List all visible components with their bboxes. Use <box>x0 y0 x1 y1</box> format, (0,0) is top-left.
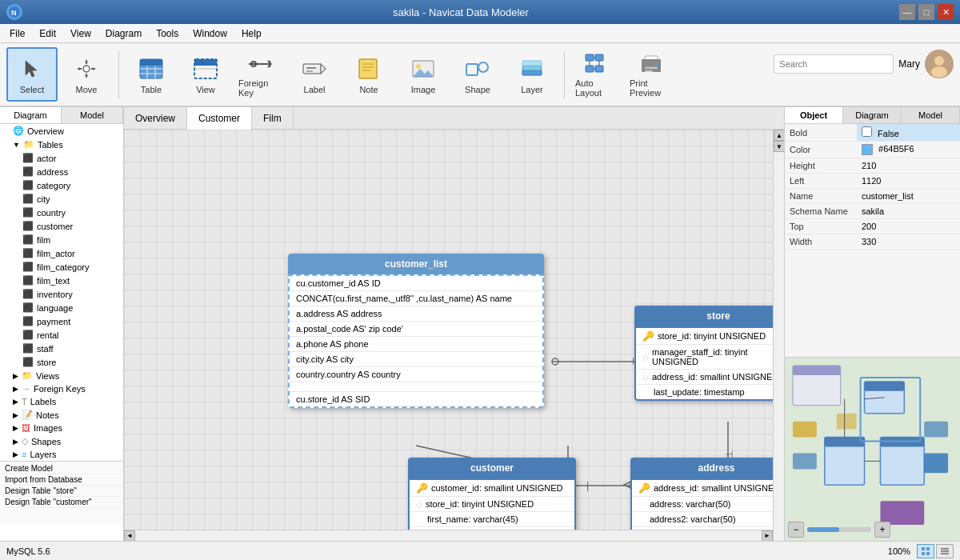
tool-shape[interactable]: Shape <box>452 47 503 102</box>
sidebar-item-category[interactable]: ⬛ category <box>0 178 123 192</box>
tool-label[interactable]: Label <box>289 47 340 102</box>
table-sm-icon11: ⬛ <box>22 289 34 299</box>
canvas-scroll-h[interactable]: ◄ ► <box>124 530 773 541</box>
tool-table[interactable]: Table <box>126 47 177 102</box>
image-icon2: 🖼 <box>22 423 30 433</box>
log-item-4[interactable]: Design Table "customer" <box>3 497 120 508</box>
sidebar-item-address[interactable]: ⬛ address <box>0 165 123 178</box>
sidebar-item-city[interactable]: ⬛ city <box>0 192 123 206</box>
table-row <box>290 382 542 392</box>
sidebar-item-customer[interactable]: ⬛ customer <box>0 219 123 233</box>
sidebar-item-film-category[interactable]: ⬛ film_category <box>0 260 123 274</box>
key-icon: 🔑 <box>642 330 654 342</box>
tool-note[interactable]: Note <box>343 47 394 102</box>
sidebar-section-fk[interactable]: ▶ → Foreign Keys <box>0 382 123 395</box>
db-type-label: MySQL 5.6 <box>6 546 50 556</box>
sidebar-section-labels[interactable]: ▶ T Labels <box>0 395 123 408</box>
table-customer-list[interactable]: customer_list cu.customer_id AS ID CONCA… <box>288 254 544 408</box>
sidebar-item-country[interactable]: ⬛ country <box>0 206 123 219</box>
table-row: ◇ address_id: smallint UNSIGNED <box>636 370 784 385</box>
sidebar-item-inventory[interactable]: ⬛ inventory <box>0 287 123 301</box>
menu-view[interactable]: View <box>64 26 98 41</box>
log-item-2[interactable]: Import from Database <box>3 474 120 486</box>
menu-edit[interactable]: Edit <box>33 26 62 41</box>
sidebar-item-film-actor[interactable]: ⬛ film_actor <box>0 246 123 260</box>
minimize-button[interactable]: — <box>899 4 915 20</box>
sidebar-section-shapes[interactable]: ▶ ◇ Shapes <box>0 434 123 448</box>
sidebar-item-film[interactable]: ⬛ film <box>0 233 123 246</box>
table-store[interactable]: store 🔑 store_id: tinyint UNSIGNED ◇ man… <box>634 306 784 401</box>
sidebar-section-images[interactable]: ▶ 🖼 Images <box>0 422 123 434</box>
menu-help[interactable]: Help <box>235 26 268 41</box>
scroll-up-btn[interactable]: ▲ <box>774 130 784 141</box>
table-sm-icon10: ⬛ <box>22 275 34 286</box>
toolbar-separator-2 <box>564 50 565 98</box>
svg-point-45 <box>654 62 658 66</box>
expand-icon4: ▶ <box>13 398 18 406</box>
canvas-tab-customer[interactable]: Customer <box>187 107 252 130</box>
menu-diagram[interactable]: Diagram <box>99 26 148 41</box>
sidebar-item-actor[interactable]: ⬛ actor <box>0 151 123 165</box>
close-button[interactable]: ✕ <box>938 4 954 20</box>
sidebar-item-store[interactable]: ⬛ store <box>0 355 123 369</box>
svg-point-3 <box>83 66 90 72</box>
sidebar-section-notes[interactable]: ▶ 📝 Notes <box>0 408 123 422</box>
sidebar-item-payment[interactable]: ⬛ payment <box>0 314 123 328</box>
view-grid-btn[interactable] <box>917 544 934 558</box>
sidebar-tab-diagram[interactable]: Diagram <box>0 107 62 123</box>
zoom-out-btn[interactable]: − <box>788 522 804 538</box>
svg-rect-73 <box>865 382 905 391</box>
tool-image[interactable]: Image <box>398 47 449 102</box>
log-item-1[interactable]: Create Model <box>3 463 120 474</box>
right-tab-model[interactable]: Model <box>902 107 960 123</box>
sidebar-item-language[interactable]: ⬛ language <box>0 301 123 314</box>
canvas[interactable]: ⊢ | ⊢ | ⊢ ⊣ <box>124 130 784 541</box>
tool-layer[interactable]: Layer <box>506 47 558 102</box>
svg-point-49 <box>934 56 944 66</box>
maximize-button[interactable]: □ <box>918 4 934 20</box>
right-tab-object[interactable]: Object <box>785 107 843 123</box>
sidebar-tab-model[interactable]: Model <box>62 107 123 123</box>
tool-foreign-key[interactable]: Foreign Key <box>234 47 286 102</box>
canvas-tab-overview[interactable]: Overview <box>124 107 187 130</box>
zoom-slider[interactable] <box>807 527 871 532</box>
menu-window[interactable]: Window <box>186 26 234 41</box>
tool-print-preview[interactable]: Print Preview <box>626 47 677 102</box>
bottom-left: MySQL 5.6 <box>6 546 50 556</box>
sidebar-item-staff[interactable]: ⬛ staff <box>0 342 123 355</box>
canvas-scroll-v[interactable]: ▲ ▼ <box>773 130 784 541</box>
tool-auto-layout[interactable]: Auto Layout <box>571 47 622 102</box>
color-swatch[interactable] <box>862 144 873 155</box>
menu-file[interactable]: File <box>3 26 31 41</box>
sidebar-section-tables[interactable]: ▼ 📁 Tables <box>0 138 123 151</box>
scroll-right-btn[interactable]: ► <box>762 530 773 542</box>
zoom-in-btn[interactable]: + <box>874 522 890 538</box>
tool-move[interactable]: Move <box>61 47 112 102</box>
sidebar-item-rental[interactable]: ⬛ rental <box>0 328 123 342</box>
scroll-left-btn[interactable]: ◄ <box>124 530 135 542</box>
sidebar-item-overview[interactable]: 🌐 Overview <box>0 124 123 138</box>
right-tab-diagram[interactable]: Diagram <box>843 107 902 123</box>
bold-checkbox[interactable] <box>862 126 872 137</box>
diamond-icon: ◇ <box>642 353 649 362</box>
sidebar-section-layers[interactable]: ▶ ≡ Layers <box>0 448 123 461</box>
table-customer[interactable]: customer 🔑 customer_id: smallint UNSIGNE… <box>408 458 576 541</box>
log-item-3[interactable]: Design Table "store" <box>3 486 120 497</box>
expand-icon5: ▶ <box>13 411 18 419</box>
prop-row-left: Left 1120 <box>785 174 960 189</box>
view-list-btn[interactable] <box>936 544 954 558</box>
menu-tools[interactable]: Tools <box>150 26 185 41</box>
table-address[interactable]: address 🔑 address_id: smallint UNSIGNED … <box>630 458 784 541</box>
table-row: last_update: timestamp <box>636 385 784 399</box>
sidebar-section-views[interactable]: ▶ 📁 Views <box>0 369 123 382</box>
canvas-tab-film[interactable]: Film <box>252 107 294 130</box>
scroll-down-btn[interactable]: ▼ <box>774 141 784 152</box>
tool-view[interactable]: View <box>180 47 231 102</box>
tool-print-preview-label: Print Preview <box>630 78 673 98</box>
label-icon <box>300 54 329 83</box>
svg-rect-36 <box>586 66 594 72</box>
tool-select[interactable]: Select <box>6 47 58 102</box>
sidebar-item-film-text[interactable]: ⬛ film_text <box>0 274 123 287</box>
table-customer-list-header: customer_list <box>288 254 544 274</box>
search-input[interactable] <box>774 54 894 74</box>
